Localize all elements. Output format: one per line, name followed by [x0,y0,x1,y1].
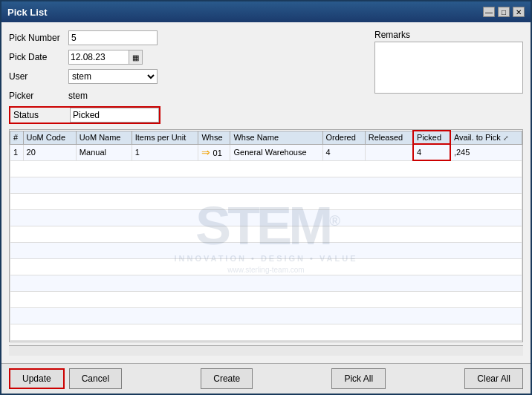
table-row [10,193,522,209]
table-row [10,324,522,340]
window-title: Pick List [7,7,47,18]
status-label: Status [10,108,70,122]
user-select[interactable]: stem [68,69,158,84]
cell-avail-to-pick: ,245 [450,144,522,160]
status-text: Picked [73,110,100,120]
col-num: # [10,131,24,144]
pick-date-label: Pick Date [9,52,68,62]
close-button[interactable]: ✕ [513,7,525,17]
cell-released [365,144,413,160]
pick-date-field[interactable]: ▦ [68,50,143,65]
remarks-label: Remarks [374,30,523,40]
minimize-button[interactable]: — [483,7,495,17]
title-bar: Pick List — □ ✕ [1,1,531,22]
table-row [10,160,522,177]
create-button[interactable]: Create [201,368,253,389]
table-container: STEM® INNOVATION • DESIGN • VALUE www.st… [9,129,523,342]
table-row [10,242,522,258]
col-ordered: Ordered [322,131,365,144]
table-row [10,209,522,226]
cell-whse-name: General Warehouse [230,144,322,160]
col-items-per-unit: Items per Unit [132,131,198,144]
cell-uom-name: Manual [76,144,132,160]
status-row: Status Picked [9,107,352,123]
calendar-icon[interactable]: ▦ [129,50,142,64]
table-row [10,226,522,242]
maximize-button[interactable]: □ [498,7,510,17]
form-area: Pick Number Pick Date ▦ User stem [9,30,523,126]
main-window: Pick List — □ ✕ Pick Number Pick Date [0,0,532,395]
col-uom-name: UoM Name [76,131,132,144]
clear-all-button[interactable]: Clear All [464,368,523,389]
picker-row: Picker stem [9,88,352,104]
col-avail-to-pick: Avail. to Pick ⤢ [450,131,522,144]
table-row [10,258,522,275]
col-released: Released [365,131,413,144]
pick-number-input[interactable] [68,30,158,45]
content-area: Pick Number Pick Date ▦ User stem [1,22,531,363]
col-whse: Whse [198,131,230,144]
form-fields: Pick Number Pick Date ▦ User stem [9,30,352,126]
pick-date-input[interactable] [69,52,129,62]
horizontal-scrollbar[interactable] [9,345,523,356]
update-button[interactable]: Update [9,368,65,389]
col-picked: Picked [413,131,450,144]
user-row: User stem [9,68,352,85]
remarks-area: Remarks [374,30,523,126]
pick-number-label: Pick Number [9,33,68,43]
remarks-textarea[interactable] [374,42,523,94]
table-row [10,275,522,291]
table-row [10,291,522,307]
table-row[interactable]: 1 20 Manual 1 ⇒ 01 General Warehouse 4 4… [10,144,522,160]
table-header-row: # UoM Code UoM Name Items per Unit Whse … [10,131,522,144]
cancel-button[interactable]: Cancel [69,368,122,389]
pick-date-row: Pick Date ▦ [9,49,352,65]
cell-items-per-unit: 1 [132,144,198,160]
col-uom-code: UoM Code [23,131,76,144]
table-row [10,307,522,324]
cell-whse: ⇒ 01 [198,144,230,160]
picker-label: Picker [9,91,68,101]
pick-all-button[interactable]: Pick All [331,368,386,389]
table-row [10,177,522,193]
pick-table: # UoM Code UoM Name Items per Unit Whse … [10,130,522,341]
cell-picked[interactable]: 4 [413,144,450,160]
footer: Update Cancel Create Pick All Clear All [1,363,531,394]
cell-num: 1 [10,144,24,160]
cell-uom-code: 20 [23,144,76,160]
status-value: Picked [70,108,159,123]
user-label: User [9,71,68,82]
status-highlight-border: Status Picked [9,106,160,124]
table-scroll-area[interactable]: # UoM Code UoM Name Items per Unit Whse … [10,130,522,342]
cell-ordered: 4 [322,144,365,160]
picker-value: stem [68,91,88,101]
col-whse-name: Whse Name [230,131,322,144]
pick-number-row: Pick Number [9,30,352,46]
window-controls: — □ ✕ [483,7,525,17]
